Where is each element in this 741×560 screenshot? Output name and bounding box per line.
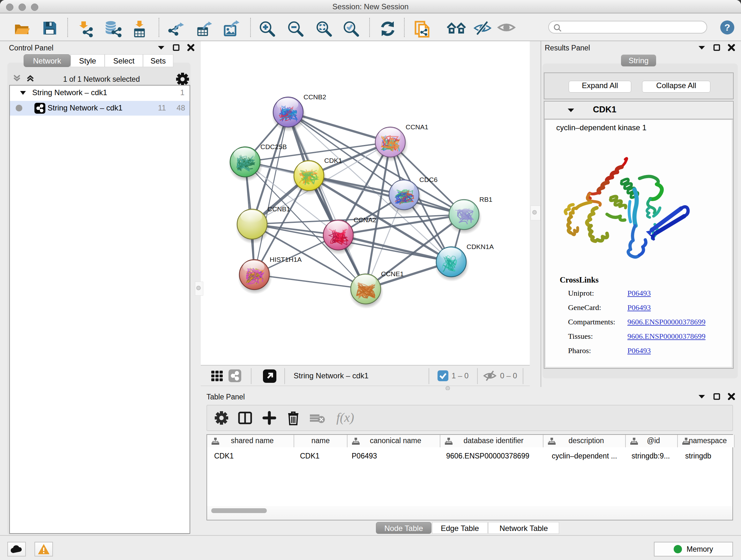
svg-text:?: ? xyxy=(724,22,730,33)
svg-text:RB1: RB1 xyxy=(479,196,492,203)
svg-text:CDK1: CDK1 xyxy=(324,157,342,164)
svg-text:CCNE1: CCNE1 xyxy=(381,270,404,277)
svg-text:CCNB1: CCNB1 xyxy=(267,205,290,212)
svg-text:CDC25B: CDC25B xyxy=(260,143,287,150)
svg-text:CDC6: CDC6 xyxy=(419,176,437,183)
svg-text:HIST1H1A: HIST1H1A xyxy=(270,256,301,263)
svg-text:CCNA2: CCNA2 xyxy=(354,216,376,224)
svg-text:CCNA1: CCNA1 xyxy=(406,123,428,131)
svg-text:CDKN1A: CDKN1A xyxy=(467,243,494,250)
svg-text:CCNB2: CCNB2 xyxy=(304,93,326,101)
